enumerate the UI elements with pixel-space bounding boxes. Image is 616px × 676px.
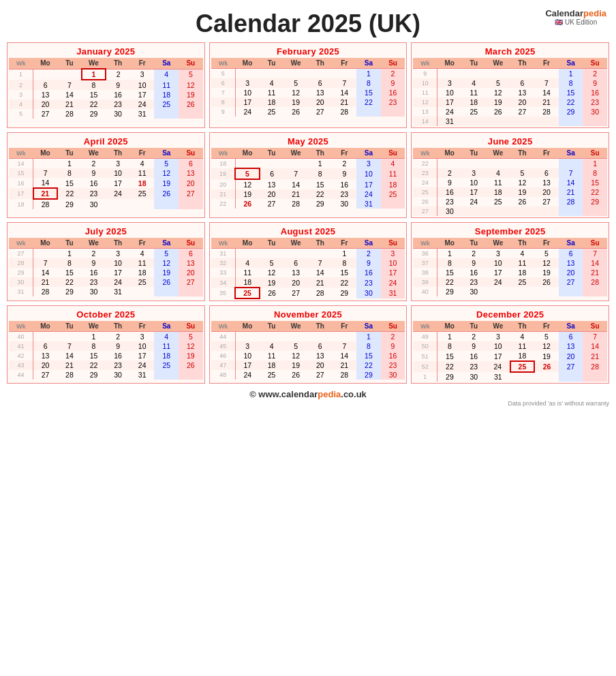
table-row: 1293031	[413, 372, 607, 382]
month-block-6: June 2025WkMoTuWeThFrSaSu221232345678249…	[411, 132, 609, 218]
month-title: August 2025	[211, 224, 405, 238]
table-row: 3021222324252627	[9, 277, 203, 287]
table-row: 442728293031	[9, 370, 203, 380]
table-row: 2730	[413, 206, 607, 216]
table-row: 2119202122232425	[211, 189, 405, 199]
table-row: 4213141516171819	[9, 351, 203, 360]
table-row: 18282930	[9, 199, 203, 209]
month-title: July 2025	[9, 224, 203, 238]
month-table: WkMoTuWeThFrSaSu311233245678910331112131…	[211, 238, 405, 299]
month-table: WkMoTuWeThFrSaSu912103456789111011121314…	[413, 58, 607, 126]
table-row: 2623242526272829	[413, 197, 607, 206]
table-row: 817181920212223	[211, 97, 405, 107]
table-row: 22262728293031	[211, 199, 405, 209]
month-block-11: November 2025WkMoTuWeThFrSaSu44124534567…	[209, 305, 407, 384]
table-row: 420212223242526	[9, 99, 203, 109]
month-block-12: December 2025WkMoTuWeThFrSaSu49123456750…	[411, 305, 609, 384]
table-row: 416789101112	[9, 341, 203, 351]
table-row: 4824252627282930	[211, 370, 405, 380]
month-title: April 2025	[9, 134, 203, 148]
calendars-grid: January 2025WkMoTuWeThFrSaSu112345267891…	[7, 42, 609, 384]
table-row: 5115161718192021	[413, 351, 607, 361]
table-row: 402930	[413, 287, 607, 296]
table-row: 1721222324252627	[9, 188, 203, 199]
table-row: 1324252627282930	[413, 107, 607, 117]
table-row: 3418192021222324	[211, 277, 405, 288]
table-row: 3525262728293031	[211, 288, 405, 298]
table-row: 27123456	[9, 249, 203, 259]
table-row: 3245678910	[211, 258, 405, 268]
table-row: 4320212223242526	[9, 360, 203, 370]
table-row: 313141516171819	[9, 90, 203, 99]
page-title: Calendar 2025 (UK)	[7, 10, 609, 38]
table-row: 112345	[9, 69, 203, 80]
table-row: 232345678	[413, 168, 607, 178]
table-row: 19567891011	[211, 168, 405, 179]
month-title: June 2025	[413, 134, 607, 148]
table-row: 50891011121314	[413, 341, 607, 351]
table-row: 2012131415161718	[211, 179, 405, 189]
table-row: 4717181920212223	[211, 360, 405, 370]
table-row: 31123	[211, 249, 405, 259]
table-row: 4012345	[9, 332, 203, 342]
month-block-5: May 2025WkMoTuWeThFrSaSu1812341956789101…	[209, 132, 407, 218]
table-row: 14123456	[9, 159, 203, 169]
logo-area: Calendarpedia 🇬🇧 UK Edition	[545, 8, 606, 26]
table-row: 2914151617181920	[9, 268, 203, 277]
month-table: WkMoTuWeThFrSaSu112345267891011123131415…	[9, 58, 203, 119]
table-row: 1614151617181920	[9, 178, 203, 188]
table-row: 221	[413, 159, 607, 169]
month-table: WkMoTuWeThFrSaSu512634567897101112131415…	[211, 58, 405, 117]
table-row: 453456789	[211, 341, 405, 351]
table-row: 1110111213141516	[413, 88, 607, 97]
table-row: 1578910111213	[9, 168, 203, 178]
table-row: 361234567	[413, 249, 607, 259]
month-table: WkMoTuWeThFrSaSu271234562878910111213291…	[9, 238, 203, 296]
table-row: 103456789	[413, 78, 607, 88]
table-row: 26789101112	[9, 80, 203, 90]
table-row: 2516171819202122	[413, 187, 607, 197]
table-row: 63456789	[211, 78, 405, 88]
month-table: WkMoTuWeThFrSaSu181234195678910112012131…	[211, 148, 405, 209]
month-table: WkMoTuWeThFrSaSu401234541678910111242131…	[9, 321, 203, 380]
table-row: 3815161718192021	[413, 268, 607, 277]
month-title: January 2025	[9, 44, 203, 58]
month-title: May 2025	[211, 134, 405, 148]
month-block-2: February 2025WkMoTuWeThFrSaSu51263456789…	[209, 42, 407, 128]
month-title: December 2025	[413, 307, 607, 321]
table-row: 5222232425262728	[413, 361, 607, 372]
table-row: 710111213141516	[211, 88, 405, 97]
month-table: WkMoTuWeThFrSaSu491234567508910111213145…	[413, 321, 607, 382]
month-table: WkMoTuWeThFrSaSu441245345678946101112131…	[211, 321, 405, 380]
table-row: 912	[413, 69, 607, 79]
month-title: September 2025	[413, 224, 607, 238]
month-table: WkMoTuWeThFrSaSu221232345678249101112131…	[413, 148, 607, 216]
month-title: March 2025	[413, 44, 607, 58]
month-block-7: July 2025WkMoTuWeThFrSaSu271234562878910…	[7, 222, 205, 301]
month-block-9: September 2025WkMoTuWeThFrSaSu3612345673…	[411, 222, 609, 301]
month-block-1: January 2025WkMoTuWeThFrSaSu112345267891…	[7, 42, 205, 128]
table-row: 52728293031	[9, 109, 203, 119]
footer: © www.calendarpedia.co.uk	[7, 389, 609, 399]
month-title: November 2025	[211, 307, 405, 321]
table-row: 181234	[211, 159, 405, 169]
table-row: 3311121314151617	[211, 268, 405, 277]
month-block-4: April 2025WkMoTuWeThFrSaSu14123456157891…	[7, 132, 205, 218]
month-table: WkMoTuWeThFrSaSu361234567378910111213143…	[413, 238, 607, 296]
table-row: 1431	[413, 117, 607, 126]
month-title: February 2025	[211, 44, 405, 58]
table-row: 3922232425262728	[413, 277, 607, 287]
month-block-3: March 2025WkMoTuWeThFrSaSu91210345678911…	[411, 42, 609, 128]
table-row: 4412	[211, 332, 405, 342]
table-row: 92425262728	[211, 107, 405, 117]
table-row: 4610111213141516	[211, 351, 405, 360]
month-block-10: October 2025WkMoTuWeThFrSaSu401234541678…	[7, 305, 205, 384]
table-row: 1217181920212223	[413, 97, 607, 107]
month-block-8: August 2025WkMoTuWeThFrSaSu3112332456789…	[209, 222, 407, 301]
table-row: 2878910111213	[9, 258, 203, 268]
table-row: 512	[211, 69, 405, 79]
table-row: 249101112131415	[413, 178, 607, 187]
table-row: 491234567	[413, 332, 607, 342]
month-table: WkMoTuWeThFrSaSu141234561578910111213161…	[9, 148, 203, 209]
table-row: 37891011121314	[413, 258, 607, 268]
